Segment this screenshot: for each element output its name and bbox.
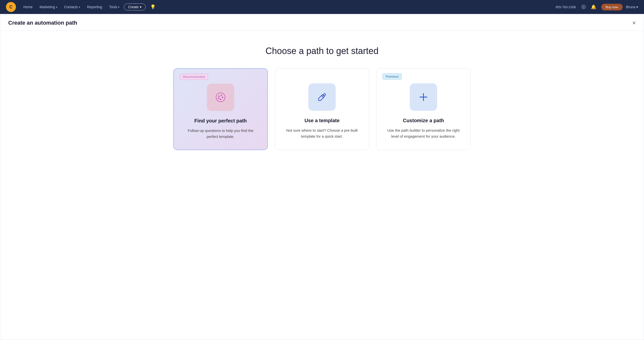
card-3-desc: Use the path builder to personalize the … — [384, 127, 462, 139]
chevron-down-icon: ▾ — [118, 6, 119, 9]
chevron-down-icon: ▾ — [79, 6, 80, 9]
nav-tools[interactable]: Tools ▾ — [107, 4, 122, 11]
phone-number: 855-783-2308 — [556, 5, 576, 9]
path-cards: Recommended Find your perfect path Follo… — [173, 68, 471, 150]
template-icon — [316, 91, 328, 104]
main-nav: C Home Marketing ▾ Contacts ▾ Reporting … — [0, 0, 644, 14]
card-2-desc: Not sure where to start? Choose a pre-bu… — [283, 127, 361, 139]
svg-point-3 — [218, 96, 220, 97]
dialog-title: Create an automation path — [8, 20, 77, 26]
recommended-badge: Recommended — [180, 74, 208, 80]
card-1-desc: Follow-up questions to help you find the… — [182, 128, 259, 140]
user-menu[interactable]: Bruna ▾ — [626, 5, 638, 9]
dialog-header: Create an automation path × — [0, 14, 644, 31]
svg-text:C: C — [10, 5, 13, 10]
logo[interactable]: C — [6, 2, 16, 12]
palette-icon-box — [207, 84, 234, 111]
nav-contacts[interactable]: Contacts ▾ — [62, 4, 82, 11]
chevron-down-icon: ▾ — [56, 6, 57, 9]
customize-card[interactable]: Premium Customize a path Use the path bu… — [376, 68, 471, 150]
plus-icon-box — [410, 83, 437, 111]
notification-icon[interactable]: 🔔 — [591, 4, 596, 10]
premium-badge: Premium — [382, 73, 402, 80]
svg-point-8 — [324, 94, 326, 96]
svg-point-5 — [222, 97, 223, 98]
chevron-down-icon: ▾ — [636, 5, 638, 9]
recommended-card[interactable]: Recommended Find your perfect path Follo… — [173, 68, 268, 150]
plus-icon — [417, 91, 430, 104]
close-button[interactable]: × — [632, 20, 636, 26]
section-title: Choose a path to get started — [266, 46, 378, 56]
dialog-content: Choose a path to get started Recommended — [0, 31, 644, 160]
template-card[interactable]: Use a template Not sure where to start? … — [275, 68, 369, 150]
palette-icon — [214, 91, 227, 104]
nav-home[interactable]: Home — [21, 4, 35, 11]
svg-point-4 — [220, 95, 222, 96]
svg-point-7 — [218, 98, 219, 99]
buy-now-button[interactable]: Buy now — [601, 4, 622, 11]
card-2-name: Use a template — [304, 118, 340, 123]
card-3-name: Customize a path — [403, 118, 444, 123]
create-button[interactable]: Create ▾ — [124, 4, 146, 11]
nav-reporting[interactable]: Reporting — [84, 4, 105, 11]
svg-point-2 — [216, 93, 225, 102]
template-icon-box — [308, 83, 336, 111]
svg-point-6 — [220, 99, 221, 100]
chevron-down-icon: ▾ — [140, 5, 142, 9]
card-1-name: Find your perfect path — [194, 118, 247, 124]
help-icon[interactable]: ⓪ — [581, 4, 586, 10]
lightbulb-icon[interactable]: 💡 — [150, 4, 156, 10]
create-automation-dialog: Create an automation path × Choose a pat… — [0, 14, 644, 340]
nav-marketing[interactable]: Marketing ▾ — [37, 4, 60, 11]
